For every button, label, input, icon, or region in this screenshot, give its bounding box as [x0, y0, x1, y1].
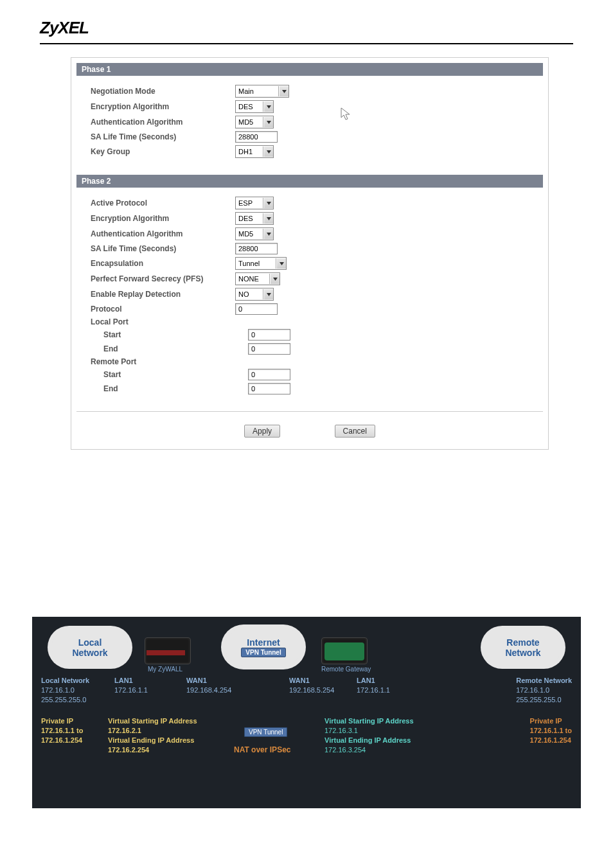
- p1-encryption-label: Encryption Algorithm: [91, 102, 235, 111]
- remote-gateway-label: Remote Gateway: [321, 666, 371, 673]
- internet-cloud: Internet VPN Tunnel: [225, 628, 302, 666]
- p2-active-protocol-select[interactable]: ESP: [235, 197, 274, 209]
- virtual-ip-left: Virtual Starting IP Address 172.16.2.1 V…: [108, 716, 197, 754]
- chevron-down-icon: [263, 102, 273, 112]
- p2-salife-input[interactable]: [235, 243, 278, 254]
- p2-active-protocol-label: Active Protocol: [91, 199, 235, 208]
- lan1-left-info: LAN1 172.16.1.1: [114, 676, 148, 695]
- p2-replay-label: Enable Replay Detection: [91, 290, 235, 299]
- remote-gateway-inner: [324, 642, 364, 660]
- settings-panel: Phase 1 Negotiation Mode Main Encryption…: [71, 57, 549, 450]
- remote-port-end-label: End: [91, 384, 248, 393]
- nat-over-ipsec-label: NAT over IPSec: [234, 745, 290, 754]
- private-ip-right: Private IP 172.16.1.1 to 172.16.1.254: [530, 716, 572, 745]
- p2-auth-select[interactable]: MD5: [235, 227, 274, 240]
- negotiation-mode-select[interactable]: Main: [235, 85, 289, 98]
- local-cloud: Local Network: [51, 630, 129, 665]
- brand-divider: [40, 43, 573, 44]
- cancel-button[interactable]: Cancel: [335, 425, 375, 438]
- p2-encryption-select[interactable]: DES: [235, 212, 274, 225]
- p2-encapsulation-select[interactable]: Tunnel: [235, 257, 287, 270]
- chevron-down-icon: [270, 274, 280, 284]
- p2-encapsulation-label: Encapsulation: [91, 259, 235, 268]
- local-port-label: Local Port: [91, 317, 235, 326]
- chevron-down-icon: [279, 86, 289, 96]
- remote-port-start-label: Start: [91, 370, 248, 379]
- brand-logo: ZyXEL: [40, 18, 613, 38]
- remote-port-start-input[interactable]: [248, 369, 290, 380]
- p1-auth-label: Authentication Algorithm: [91, 118, 235, 127]
- p1-keygroup-select[interactable]: DH1: [235, 145, 274, 158]
- chevron-down-icon: [263, 289, 273, 299]
- phase1-header: Phase 1: [76, 63, 543, 76]
- device-led-strip: [147, 650, 185, 655]
- lan1-right-info: LAN1 172.16.1.1: [357, 676, 390, 695]
- remote-network-info: Remote Network 172.16.1.0 255.255.255.0: [516, 676, 572, 705]
- p2-protocol-label: Protocol: [91, 305, 235, 314]
- local-network-info: Local Network 172.16.1.0 255.255.255.0: [41, 676, 89, 705]
- apply-button[interactable]: Apply: [244, 425, 280, 438]
- p2-pfs-label: Perfect Forward Secrecy (PFS): [91, 274, 235, 283]
- network-diagram: Local Network Internet VPN Tunnel Remote…: [32, 617, 581, 808]
- p2-salife-label: SA Life Time (Seconds): [91, 244, 235, 253]
- vpn-tunnel-badge: VPN Tunnel: [241, 648, 285, 657]
- local-port-start-label: Start: [91, 330, 248, 339]
- local-port-start-input[interactable]: [248, 329, 290, 341]
- p2-encryption-label: Encryption Algorithm: [91, 214, 235, 223]
- p2-protocol-input[interactable]: [235, 303, 278, 315]
- virtual-ip-right: Virtual Starting IP Address 172.16.3.1 V…: [324, 716, 414, 754]
- chevron-down-icon: [263, 117, 273, 127]
- p2-auth-label: Authentication Algorithm: [91, 229, 235, 238]
- wan1-right-info: WAN1 192.168.5.254: [289, 676, 334, 695]
- my-zywall-label: My ZyWALL: [148, 666, 182, 673]
- local-port-end-label: End: [91, 344, 248, 353]
- vpn-tunnel-badge-lower: VPN Tunnel: [244, 727, 287, 736]
- remote-port-label: Remote Port: [91, 357, 235, 366]
- chevron-down-icon: [263, 146, 273, 157]
- p1-auth-select[interactable]: MD5: [235, 116, 274, 128]
- wan1-left-info: WAN1 192.168.4.254: [186, 676, 231, 695]
- p1-salife-input[interactable]: [235, 131, 278, 143]
- p1-salife-label: SA Life Time (Seconds): [91, 132, 235, 141]
- local-port-end-input[interactable]: [248, 343, 290, 355]
- private-ip-left: Private IP 172.16.1.1 to 172.16.1.254: [41, 716, 83, 745]
- negotiation-mode-label: Negotiation Mode: [91, 87, 235, 96]
- chevron-down-icon: [263, 213, 273, 224]
- p2-pfs-select[interactable]: NONE: [235, 272, 280, 285]
- p1-encryption-select[interactable]: DES: [235, 100, 274, 113]
- remote-cloud: Remote Network: [484, 630, 562, 665]
- remote-port-end-input[interactable]: [248, 383, 290, 394]
- p1-keygroup-label: Key Group: [91, 147, 235, 156]
- chevron-down-icon: [263, 198, 273, 208]
- chevron-down-icon: [276, 258, 286, 269]
- phase2-header: Phase 2: [76, 175, 543, 188]
- p2-replay-select[interactable]: NO: [235, 288, 274, 301]
- chevron-down-icon: [263, 229, 273, 239]
- cursor-icon: [341, 107, 351, 121]
